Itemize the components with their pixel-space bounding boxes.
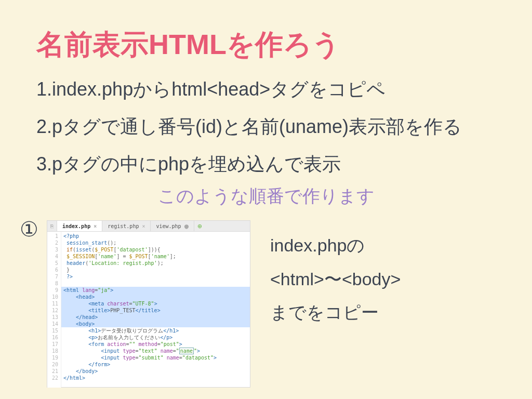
line-number: 16 [47, 334, 61, 341]
line-number: 12 [47, 307, 61, 314]
code-line: session_start(); [63, 240, 116, 246]
code-line: if(isset($_POST['datapost'])){ [63, 247, 161, 252]
line-number: 22 [47, 375, 61, 381]
code-line: header('Location: regist.php'); [63, 260, 164, 266]
line-number: 10 [47, 294, 61, 300]
code-editor: ⎘ index.php×regist.php×view.php● ⊕ 12345… [47, 220, 250, 388]
tab-label: regist.php [108, 223, 139, 229]
editor-tab-bar: ⎘ index.php×regist.php×view.php● ⊕ [47, 221, 250, 232]
code-line: ?> [63, 274, 73, 280]
line-number: 3 [47, 246, 61, 253]
line-number: 17 [47, 341, 61, 348]
tabs-container: index.php×regist.php×view.php● [57, 221, 194, 231]
editor-body: 12345678910111213141516171819202122 <?ph… [47, 232, 250, 388]
step-2: 2.pタグで通し番号(id)と名前(uname)表示部を作る [36, 114, 462, 140]
slide: 名前表示HTMLを作ろう 1.index.phpからhtml<head>タグをコ… [0, 0, 532, 399]
code-line: <body> [61, 321, 250, 327]
line-number: 7 [47, 273, 61, 280]
line-number: 2 [47, 240, 61, 246]
code-line: <h1>データ受け取りプログラム</h1> [63, 328, 179, 334]
new-tab-button[interactable]: ⊕ [194, 221, 205, 231]
step-3: 3.pタグの中にphpを埋め込んで表示 [36, 152, 341, 177]
line-number: 20 [47, 361, 61, 368]
code-line: <?php [63, 233, 79, 239]
line-number: 21 [47, 368, 61, 375]
line-number: 4 [47, 253, 61, 260]
line-number: 19 [47, 354, 61, 361]
tab-index-php[interactable]: index.php× [57, 221, 102, 231]
code-line: </head> [61, 314, 250, 321]
tab-label: view.php [156, 223, 181, 229]
close-icon[interactable]: × [142, 223, 145, 229]
right-caption: index.phpの <html>〜<body> までをコピー [270, 229, 401, 329]
tab-regist-php[interactable]: regist.php× [102, 221, 151, 231]
close-icon[interactable]: × [94, 223, 97, 229]
line-number: 5 [47, 260, 61, 267]
subtitle: このような順番で作ります [0, 184, 532, 208]
line-number: 18 [47, 348, 61, 354]
code-line: <title>PHP_TEST</title> [61, 307, 250, 314]
line-number: 15 [47, 327, 61, 334]
line-number: 13 [47, 314, 61, 321]
code-line: </body> [63, 368, 98, 374]
step-marker-1: ① [20, 217, 38, 241]
slide-title: 名前表示HTMLを作ろう [36, 26, 340, 64]
code-line: <input type="submit" name="datapost"> [63, 355, 217, 361]
code-line: <form action="" method="post"> [63, 341, 182, 347]
right-line-1: index.phpの [270, 229, 401, 262]
code-line: $_SESSION['name'] = $_POST['name']; [63, 254, 176, 259]
line-number: 6 [47, 267, 61, 273]
line-number: 9 [47, 287, 61, 294]
code-line: <html lang="ja"> [61, 287, 250, 294]
line-number: 14 [47, 321, 61, 327]
code-line: <p>お名前を入力してください</p> [63, 335, 172, 340]
line-number: 11 [47, 300, 61, 307]
code-line: </form> [63, 362, 110, 367]
code-area[interactable]: <?php session_start(); if(isset($_POST['… [61, 232, 250, 388]
code-line: <head> [61, 294, 250, 300]
line-number: 8 [47, 280, 61, 287]
code-line: <meta charset="UTF-8"> [61, 300, 250, 307]
code-line: <input type="text" name="name"> [63, 348, 200, 354]
tab-view-php[interactable]: view.php● [151, 221, 194, 231]
step-1: 1.index.phpからhtml<head>タグをコピペ [36, 77, 385, 102]
code-line: } [63, 267, 70, 273]
code-line: </html> [63, 375, 85, 381]
right-line-2: <html>〜<body> [270, 262, 401, 296]
tab-label: index.php [62, 223, 90, 229]
line-number: 1 [47, 233, 61, 240]
sidebar-toggle-icon[interactable]: ⎘ [47, 221, 57, 231]
line-number-gutter: 12345678910111213141516171819202122 [47, 232, 61, 388]
right-line-3: までをコピー [270, 296, 401, 329]
